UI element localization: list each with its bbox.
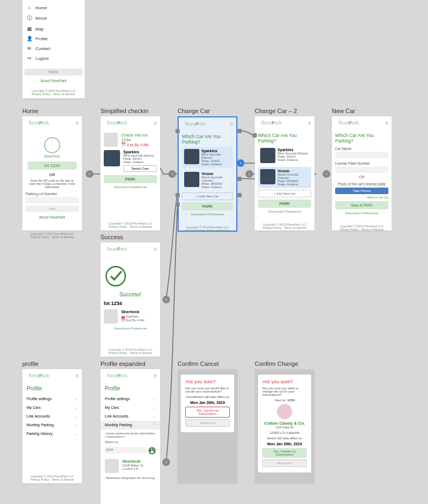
nav-map[interactable]: ▦Map	[22, 24, 85, 34]
car-name-input[interactable]	[335, 152, 388, 158]
add-car-button[interactable]: + Add New Car	[258, 190, 311, 197]
car-option-1[interactable]: SparklesBlue Hyundai ElantraPlate: 33AIO…	[182, 147, 233, 168]
artboard-title-confirm-change: Confirm Change	[255, 360, 298, 367]
monthly-parking[interactable]: Monthly Parking⌄	[22, 421, 82, 430]
profile-expanded-screen: flexePark≡ Profile Profile settings⌄ My …	[100, 369, 160, 504]
car-option-2[interactable]: VroomBlack Hyundai VolesterPlate: 8R5950…	[258, 167, 311, 188]
nav-prev[interactable]: ‹	[162, 458, 170, 466]
brand-globe	[44, 137, 60, 153]
menu-icon[interactable]: ≡	[75, 120, 79, 126]
edge-node	[175, 202, 180, 207]
my-cars[interactable]: My Cars⌄	[100, 403, 160, 412]
edge-node	[237, 193, 242, 197]
nav-logout[interactable]: ↪Logout	[22, 53, 85, 63]
sidebar-about-link[interactable]: About FlexePark	[22, 79, 85, 83]
confirm-change-screen: Are you sure? Are you sure you want to c…	[255, 369, 314, 483]
nav-next[interactable]: ›	[323, 170, 330, 178]
lot-select[interactable]: 1234	[105, 447, 146, 453]
lot-input[interactable]	[26, 197, 79, 203]
sidebar-park-button[interactable]: PARK	[24, 69, 83, 76]
prefs-link[interactable]: Subscription Preferences	[104, 185, 157, 189]
car-thumbnail	[184, 172, 199, 187]
menu-icon[interactable]: ≡	[385, 120, 388, 126]
check-icon	[104, 264, 128, 288]
prefs-link[interactable]: Subscription Preferences	[182, 213, 233, 216]
menu-icon[interactable]: ≡	[308, 120, 311, 126]
prefs-link[interactable]: Subscription Preferences	[104, 327, 157, 330]
chevron-down-icon: ⌄	[74, 414, 78, 419]
prefs-link[interactable]: Subscription Preferences	[258, 210, 311, 213]
profile-settings[interactable]: Profile settings⌄	[22, 395, 82, 403]
menu-icon[interactable]: ≡	[230, 121, 233, 127]
artboard-title-changecar: Change Car	[178, 108, 210, 114]
footer-links: Privacy Policy · Terms of Service	[22, 92, 85, 96]
logo: flexePark	[104, 245, 131, 253]
save-lot-icon[interactable]: 💾	[148, 447, 156, 455]
artboard-title-success: Success	[100, 234, 123, 240]
edge-node	[237, 177, 242, 181]
exit-time: ⏰Exit By 4 AM	[121, 142, 157, 147]
artboard-title-changecar2: Change Car – 2	[255, 108, 297, 114]
change-title: Which Car Are You Parking?	[182, 134, 233, 145]
take-picture-button[interactable]: Take Picture	[335, 188, 388, 194]
save-park-button[interactable]: Save & PARK	[335, 201, 388, 209]
chevron-down-icon: ⌄	[74, 397, 78, 401]
my-cars[interactable]: My Cars⌄	[22, 403, 82, 412]
lot-badge[interactable]: lot 1234	[28, 161, 77, 170]
confirm-cancel-button[interactable]: Yes, Cancel my Subscription	[185, 407, 230, 418]
about-link[interactable]: About FlexePark	[26, 215, 79, 219]
parking-history[interactable]: Parking History⌄	[22, 430, 82, 438]
menu-icon[interactable]: ≡	[154, 373, 157, 379]
edge-node	[237, 129, 242, 133]
prefs-link[interactable]: Subscription Preferences	[335, 211, 388, 215]
link-accounts[interactable]: Link Accounts⌄	[22, 412, 82, 421]
change-car-screen[interactable]: flexePark≡ Which Car Are You Parking? Sp…	[178, 116, 237, 232]
nav-home[interactable]: ⌂Home	[22, 3, 85, 13]
car-option-1[interactable]: SparklesBlue Hyundai ElantraPlate: 33AIO…	[258, 146, 311, 165]
change-car-2-screen: flexePark≡ Which Car Are You Parking? Sp…	[255, 116, 314, 231]
park-button[interactable]: PARK	[182, 202, 233, 210]
car-thumbnail	[184, 149, 199, 164]
nav-next[interactable]: ›	[168, 170, 176, 178]
user-avatar	[104, 309, 118, 323]
next-button[interactable]: Next	[26, 206, 79, 212]
monthly-parking-expanded[interactable]: Monthly Parking⌃	[100, 421, 160, 430]
person-icon: 👤	[27, 36, 32, 41]
chevron-down-icon: ⌄	[153, 406, 156, 410]
nav-next-active[interactable]: ›	[237, 159, 244, 167]
user-avatar	[105, 459, 119, 473]
confirm-change-button[interactable]: Yes, Update my Subscription	[262, 448, 307, 458]
artboard-title-confirm-cancel: Confirm Cancel	[178, 360, 219, 367]
park-button[interactable]: PARK	[104, 175, 157, 183]
logo: flexePark	[26, 371, 53, 380]
nav-prev[interactable]: ‹	[86, 170, 93, 178]
menu-icon[interactable]: ≡	[75, 373, 79, 379]
nevermind-button[interactable]: Nevermind	[185, 419, 230, 427]
profile-settings[interactable]: Profile settings⌄	[100, 395, 160, 403]
nav-profile[interactable]: 👤Profile	[22, 34, 85, 43]
park-button[interactable]: PARK	[258, 200, 311, 208]
nav-prev[interactable]: ‹	[162, 296, 170, 303]
edge-node	[175, 129, 180, 133]
plate-input[interactable]	[335, 166, 388, 173]
switch-cars-button[interactable]: Switch Cars	[123, 165, 157, 172]
link-accounts[interactable]: Link Accounts⌄	[100, 412, 160, 421]
add-car-button[interactable]: + Add New Car	[182, 192, 233, 200]
chevron-down-icon: ⌄	[74, 432, 78, 436]
car-option-2[interactable]: VroomBlack Hyundai VolesterPlate: 8R5950…	[182, 170, 233, 191]
nav-prev[interactable]: ‹	[246, 170, 253, 178]
home-screen: flexePark ≡ flexePark lot 1234 OR Scan t…	[22, 116, 82, 231]
logo: flexePark	[258, 119, 285, 127]
menu-icon[interactable]: ≡	[154, 246, 157, 252]
chevron-down-icon: ⌄	[153, 414, 156, 419]
svg-point-0	[106, 266, 125, 285]
nav-about[interactable]: ⓘAbout	[22, 13, 85, 24]
user-avatar	[104, 133, 118, 147]
car-thumbnail	[104, 150, 120, 166]
nav-contact[interactable]: ✉Contact	[22, 43, 85, 53]
logo: flexePark	[104, 371, 131, 380]
nevermind-button[interactable]: Nevermind	[262, 459, 307, 467]
car-thumbnail	[260, 169, 275, 184]
menu-icon[interactable]: ≡	[154, 120, 157, 126]
back-link[interactable]: Back to Car List	[335, 196, 388, 199]
